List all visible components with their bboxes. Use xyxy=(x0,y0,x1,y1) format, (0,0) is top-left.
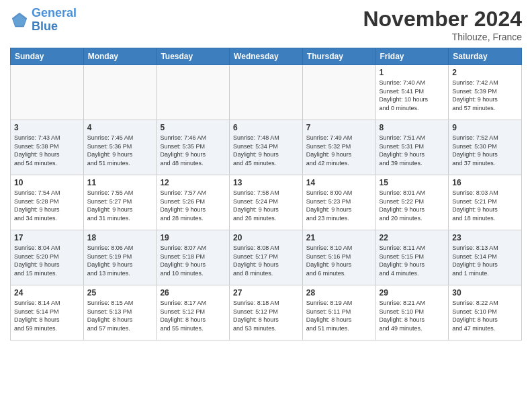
calendar-cell: 2Sunrise: 7:42 AM Sunset: 5:39 PM Daylig… xyxy=(449,65,522,120)
calendar-cell: 7Sunrise: 7:49 AM Sunset: 5:32 PM Daylig… xyxy=(302,120,375,175)
calendar-week-3: 17Sunrise: 8:04 AM Sunset: 5:20 PM Dayli… xyxy=(11,230,522,285)
day-number: 29 xyxy=(380,288,445,298)
day-info: Sunrise: 8:21 AM Sunset: 5:10 PM Dayligh… xyxy=(380,299,445,332)
day-info: Sunrise: 8:10 AM Sunset: 5:16 PM Dayligh… xyxy=(306,244,372,277)
day-number: 7 xyxy=(306,123,372,132)
day-number: 1 xyxy=(380,68,445,77)
day-number: 6 xyxy=(233,123,299,132)
calendar-cell: 18Sunrise: 8:06 AM Sunset: 5:19 PM Dayli… xyxy=(83,230,157,285)
day-number: 21 xyxy=(306,233,372,242)
day-info: Sunrise: 8:04 AM Sunset: 5:20 PM Dayligh… xyxy=(14,244,80,277)
calendar-cell: 20Sunrise: 8:08 AM Sunset: 5:17 PM Dayli… xyxy=(230,230,303,285)
day-number: 18 xyxy=(87,233,153,242)
calendar-cell: 30Sunrise: 8:22 AM Sunset: 5:10 PM Dayli… xyxy=(449,285,522,340)
calendar-cell: 21Sunrise: 8:10 AM Sunset: 5:16 PM Dayli… xyxy=(302,230,375,285)
calendar-cell: 28Sunrise: 8:19 AM Sunset: 5:11 PM Dayli… xyxy=(302,285,375,340)
calendar-cell xyxy=(230,65,303,120)
calendar-week-4: 24Sunrise: 8:14 AM Sunset: 5:14 PM Dayli… xyxy=(11,285,522,340)
calendar: SundayMondayTuesdayWednesdayThursdayFrid… xyxy=(10,48,522,340)
day-info: Sunrise: 8:22 AM Sunset: 5:10 PM Dayligh… xyxy=(452,299,518,332)
day-number: 20 xyxy=(233,233,299,242)
day-number: 25 xyxy=(87,288,153,298)
calendar-week-0: 1Sunrise: 7:40 AM Sunset: 5:41 PM Daylig… xyxy=(11,65,522,120)
calendar-cell: 23Sunrise: 8:13 AM Sunset: 5:14 PM Dayli… xyxy=(449,230,522,285)
day-number: 2 xyxy=(452,68,518,77)
day-number: 26 xyxy=(160,288,226,298)
day-info: Sunrise: 7:42 AM Sunset: 5:39 PM Dayligh… xyxy=(452,79,518,112)
day-info: Sunrise: 7:55 AM Sunset: 5:27 PM Dayligh… xyxy=(87,189,153,222)
month-title: November 2024 xyxy=(363,7,522,32)
day-number: 28 xyxy=(306,288,372,298)
header-saturday: Saturday xyxy=(449,48,522,65)
day-info: Sunrise: 7:57 AM Sunset: 5:26 PM Dayligh… xyxy=(160,189,226,222)
day-number: 10 xyxy=(14,178,80,187)
logo-text: General Blue xyxy=(32,7,77,34)
header-tuesday: Tuesday xyxy=(157,48,230,65)
calendar-cell: 8Sunrise: 7:51 AM Sunset: 5:31 PM Daylig… xyxy=(375,120,449,175)
day-info: Sunrise: 7:43 AM Sunset: 5:38 PM Dayligh… xyxy=(14,134,80,167)
header-sunday: Sunday xyxy=(11,48,84,65)
day-number: 22 xyxy=(380,233,445,242)
day-info: Sunrise: 8:19 AM Sunset: 5:11 PM Dayligh… xyxy=(306,299,372,332)
day-info: Sunrise: 8:06 AM Sunset: 5:19 PM Dayligh… xyxy=(87,244,153,277)
calendar-week-2: 10Sunrise: 7:54 AM Sunset: 5:28 PM Dayli… xyxy=(11,175,522,230)
day-info: Sunrise: 8:15 AM Sunset: 5:13 PM Dayligh… xyxy=(87,299,153,332)
calendar-cell xyxy=(302,65,375,120)
day-number: 24 xyxy=(14,288,80,298)
day-info: Sunrise: 8:03 AM Sunset: 5:21 PM Dayligh… xyxy=(452,189,518,222)
location: Thilouze, France xyxy=(363,32,522,42)
calendar-cell xyxy=(83,65,157,120)
day-info: Sunrise: 8:07 AM Sunset: 5:18 PM Dayligh… xyxy=(160,244,226,277)
logo-icon xyxy=(10,11,29,30)
day-info: Sunrise: 7:58 AM Sunset: 5:24 PM Dayligh… xyxy=(233,189,299,222)
logo: General Blue xyxy=(10,7,77,34)
day-number: 17 xyxy=(14,233,80,242)
day-number: 4 xyxy=(87,123,153,132)
calendar-cell: 29Sunrise: 8:21 AM Sunset: 5:10 PM Dayli… xyxy=(375,285,449,340)
day-number: 27 xyxy=(233,288,299,298)
calendar-cell: 22Sunrise: 8:11 AM Sunset: 5:15 PM Dayli… xyxy=(375,230,449,285)
day-info: Sunrise: 8:00 AM Sunset: 5:23 PM Dayligh… xyxy=(306,189,372,222)
day-info: Sunrise: 7:45 AM Sunset: 5:36 PM Dayligh… xyxy=(87,134,153,167)
calendar-cell xyxy=(157,65,230,120)
day-info: Sunrise: 8:18 AM Sunset: 5:12 PM Dayligh… xyxy=(233,299,299,332)
calendar-cell: 1Sunrise: 7:40 AM Sunset: 5:41 PM Daylig… xyxy=(375,65,449,120)
calendar-cell: 25Sunrise: 8:15 AM Sunset: 5:13 PM Dayli… xyxy=(83,285,157,340)
header-monday: Monday xyxy=(83,48,157,65)
calendar-cell: 24Sunrise: 8:14 AM Sunset: 5:14 PM Dayli… xyxy=(11,285,84,340)
day-number: 16 xyxy=(452,178,518,187)
calendar-cell: 5Sunrise: 7:46 AM Sunset: 5:35 PM Daylig… xyxy=(157,120,230,175)
day-number: 12 xyxy=(160,178,226,187)
logo-line1: General xyxy=(32,6,77,19)
calendar-cell xyxy=(11,65,84,120)
calendar-cell: 15Sunrise: 8:01 AM Sunset: 5:22 PM Dayli… xyxy=(375,175,449,230)
day-info: Sunrise: 8:01 AM Sunset: 5:22 PM Dayligh… xyxy=(380,189,445,222)
day-info: Sunrise: 8:17 AM Sunset: 5:12 PM Dayligh… xyxy=(160,299,226,332)
day-info: Sunrise: 8:08 AM Sunset: 5:17 PM Dayligh… xyxy=(233,244,299,277)
calendar-cell: 9Sunrise: 7:52 AM Sunset: 5:30 PM Daylig… xyxy=(449,120,522,175)
day-info: Sunrise: 8:13 AM Sunset: 5:14 PM Dayligh… xyxy=(452,244,518,277)
calendar-cell: 10Sunrise: 7:54 AM Sunset: 5:28 PM Dayli… xyxy=(11,175,84,230)
day-info: Sunrise: 7:46 AM Sunset: 5:35 PM Dayligh… xyxy=(160,134,226,167)
calendar-cell: 12Sunrise: 7:57 AM Sunset: 5:26 PM Dayli… xyxy=(157,175,230,230)
day-number: 30 xyxy=(452,288,518,298)
calendar-cell: 11Sunrise: 7:55 AM Sunset: 5:27 PM Dayli… xyxy=(83,175,157,230)
day-info: Sunrise: 7:54 AM Sunset: 5:28 PM Dayligh… xyxy=(14,189,80,222)
calendar-cell: 16Sunrise: 8:03 AM Sunset: 5:21 PM Dayli… xyxy=(449,175,522,230)
calendar-cell: 14Sunrise: 8:00 AM Sunset: 5:23 PM Dayli… xyxy=(302,175,375,230)
calendar-week-1: 3Sunrise: 7:43 AM Sunset: 5:38 PM Daylig… xyxy=(11,120,522,175)
calendar-cell: 6Sunrise: 7:48 AM Sunset: 5:34 PM Daylig… xyxy=(230,120,303,175)
day-info: Sunrise: 7:48 AM Sunset: 5:34 PM Dayligh… xyxy=(233,134,299,167)
day-info: Sunrise: 8:11 AM Sunset: 5:15 PM Dayligh… xyxy=(380,244,445,277)
logo-line2: Blue xyxy=(32,19,58,33)
header-wednesday: Wednesday xyxy=(230,48,303,65)
day-info: Sunrise: 7:40 AM Sunset: 5:41 PM Dayligh… xyxy=(380,79,445,112)
calendar-header-row: SundayMondayTuesdayWednesdayThursdayFrid… xyxy=(11,48,522,65)
day-number: 3 xyxy=(14,123,80,132)
day-number: 23 xyxy=(452,233,518,242)
day-info: Sunrise: 7:52 AM Sunset: 5:30 PM Dayligh… xyxy=(452,134,518,167)
day-info: Sunrise: 7:51 AM Sunset: 5:31 PM Dayligh… xyxy=(380,134,445,167)
calendar-cell: 13Sunrise: 7:58 AM Sunset: 5:24 PM Dayli… xyxy=(230,175,303,230)
header: General Blue November 2024 Thilouze, Fra… xyxy=(10,7,522,42)
day-number: 9 xyxy=(452,123,518,132)
